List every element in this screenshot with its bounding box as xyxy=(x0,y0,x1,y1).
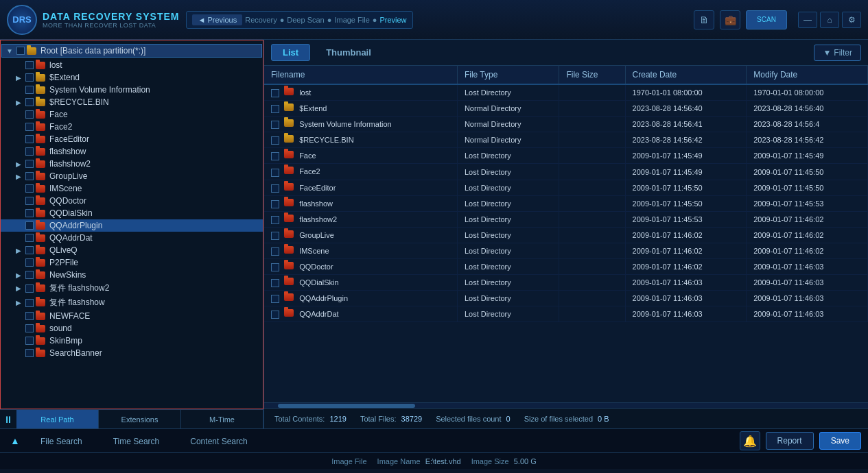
row-checkbox[interactable] xyxy=(271,200,279,208)
tree-checkbox[interactable] xyxy=(25,312,34,320)
row-checkbox[interactable] xyxy=(271,89,279,97)
tree-checkbox[interactable] xyxy=(25,98,34,106)
tree-checkbox[interactable] xyxy=(25,110,34,119)
tab-thumbnail[interactable]: Thumbnail xyxy=(314,44,383,61)
tree-item-p2pfile[interactable]: ▶ P2PFile xyxy=(0,256,263,269)
tree-toggle[interactable]: ▶ xyxy=(14,284,23,293)
row-checkbox[interactable] xyxy=(271,295,279,303)
table-row[interactable]: flashshow2 Lost Directory 2009-01-07 11:… xyxy=(264,211,868,227)
report-button[interactable]: Report xyxy=(766,432,814,450)
tree-item-fujiian-flashshow[interactable]: ▶ 复件 flashshow xyxy=(0,295,263,310)
tree-toggle[interactable]: ▶ xyxy=(14,270,23,280)
sidebar-tab-extensions[interactable]: Extensions xyxy=(99,410,181,428)
tree-checkbox[interactable] xyxy=(25,337,34,345)
tree-checkbox[interactable] xyxy=(25,160,34,168)
tree-item-extend[interactable]: ▶ $Extend xyxy=(0,71,263,84)
table-row[interactable]: $Extend Normal Directory 2023-08-28 14:5… xyxy=(264,101,868,117)
tree-checkbox[interactable] xyxy=(25,284,34,293)
pause-button[interactable]: ⏸ xyxy=(0,411,16,428)
tree-checkbox[interactable] xyxy=(25,246,34,254)
tree-checkbox[interactable] xyxy=(25,299,34,307)
tree-checkbox[interactable] xyxy=(25,123,34,131)
table-row[interactable]: Face Lost Directory 2009-01-07 11:45:49 … xyxy=(264,148,868,164)
horizontal-scrollbar[interactable] xyxy=(264,402,868,408)
tree-checkbox[interactable] xyxy=(25,324,34,332)
table-row[interactable]: flashshow Lost Directory 2009-01-07 11:4… xyxy=(264,195,868,211)
tree-checkbox[interactable] xyxy=(25,258,34,267)
sidebar-tab-realpath[interactable]: Real Path xyxy=(16,410,99,428)
tree-toggle[interactable]: ▶ xyxy=(14,171,23,181)
table-row[interactable]: $RECYCLE.BIN Normal Directory 2023-08-28… xyxy=(264,132,868,148)
tree-item-face[interactable]: ▶ Face xyxy=(0,108,263,121)
tree-toggle-root[interactable]: ▼ xyxy=(5,46,14,56)
tree-checkbox[interactable] xyxy=(25,184,34,193)
tree-item-recycle[interactable]: ▶ $RECYCLE.BIN xyxy=(0,96,263,108)
tree-checkbox[interactable] xyxy=(25,234,34,242)
tree-checkbox[interactable] xyxy=(25,197,34,205)
row-checkbox[interactable] xyxy=(271,247,279,256)
sidebar-tab-mtime[interactable]: M-Time xyxy=(181,410,263,428)
table-row[interactable]: GroupLive Lost Directory 2009-01-07 11:4… xyxy=(264,227,868,243)
tree-item-grouplive[interactable]: ▶ GroupLive xyxy=(0,170,263,182)
tree-checkbox[interactable] xyxy=(25,221,34,230)
tree-item-faceeditor[interactable]: ▶ FaceEditor xyxy=(0,133,263,145)
table-row[interactable]: QQAddrDat Lost Directory 2009-01-07 11:4… xyxy=(264,306,868,322)
table-row[interactable]: FaceEditor Lost Directory 2009-01-07 11:… xyxy=(264,180,868,195)
tree-toggle[interactable]: ▶ xyxy=(14,73,23,82)
expand-button[interactable]: ▲ xyxy=(7,433,23,449)
table-row[interactable]: QQAddrPlugin Lost Directory 2009-01-07 1… xyxy=(264,291,868,306)
minimize-button[interactable]: — xyxy=(798,12,817,28)
row-checkbox[interactable] xyxy=(271,169,279,177)
tree-item-sound[interactable]: ▶ sound xyxy=(0,322,263,335)
file-table[interactable]: Filename File Type File Size Create Date… xyxy=(264,66,868,402)
row-checkbox[interactable] xyxy=(271,152,279,160)
tree-checkbox[interactable] xyxy=(25,147,34,156)
table-row[interactable]: QQDoctor Lost Directory 2009-01-07 11:46… xyxy=(264,259,868,275)
tree-item-flashshow[interactable]: ▶ flashshow xyxy=(0,145,263,158)
row-checkbox[interactable] xyxy=(271,184,279,193)
table-row[interactable]: Face2 Lost Directory 2009-01-07 11:45:49… xyxy=(264,164,868,180)
prev-button[interactable]: ◄ Previous xyxy=(192,14,242,25)
tree-toggle[interactable]: ▶ xyxy=(14,159,23,169)
tree-checkbox[interactable] xyxy=(25,349,34,357)
tree-checkbox-root[interactable] xyxy=(16,47,25,55)
tree-item-imscene[interactable]: ▶ IMScene xyxy=(0,182,263,195)
search-tab-file[interactable]: File Search xyxy=(27,432,96,450)
sidebar-tree[interactable]: ▼ Root [Basic data partition(*:)] ▶ lost… xyxy=(0,40,263,409)
tree-checkbox[interactable] xyxy=(25,271,34,279)
copy-icon-btn[interactable]: 🗎 xyxy=(694,10,714,29)
row-checkbox[interactable] xyxy=(271,232,279,240)
tree-item-face2[interactable]: ▶ Face2 xyxy=(0,121,263,133)
tree-toggle[interactable]: ▶ xyxy=(14,245,23,255)
tree-item-qqdoctor[interactable]: ▶ QQDoctor xyxy=(0,195,263,207)
search-tab-time[interactable]: Time Search xyxy=(99,432,174,450)
row-checkbox[interactable] xyxy=(271,216,279,224)
settings-button[interactable]: ⚙ xyxy=(842,12,861,28)
table-row[interactable]: lost Lost Directory 1970-01-01 08:00:00 … xyxy=(264,84,868,101)
filter-button[interactable]: ▼ Filter xyxy=(814,45,861,61)
table-row[interactable]: System Volume Information Normal Directo… xyxy=(264,117,868,132)
tree-checkbox[interactable] xyxy=(25,209,34,217)
tree-toggle[interactable]: ▶ xyxy=(14,298,23,308)
tree-item-qqaddrplugin[interactable]: ▶ QQAddrPlugin xyxy=(0,219,263,232)
tree-toggle[interactable]: ▶ xyxy=(14,97,23,107)
row-checkbox[interactable] xyxy=(271,121,279,129)
tree-checkbox[interactable] xyxy=(25,135,34,143)
tree-root-item[interactable]: ▼ Root [Basic data partition(*:)] xyxy=(1,44,262,58)
tree-item-svi[interactable]: ▶ System Volume Information xyxy=(0,84,263,96)
tree-checkbox[interactable] xyxy=(25,172,34,180)
tree-checkbox[interactable] xyxy=(25,86,34,94)
tree-item-newface[interactable]: ▶ NEWFACE xyxy=(0,310,263,322)
tree-item-skinbmp[interactable]: ▶ SkinBmp xyxy=(0,335,263,347)
tree-item-qliveq[interactable]: ▶ QLiveQ xyxy=(0,244,263,256)
tree-item-searchbanner[interactable]: ▶ SearchBanner xyxy=(0,347,263,359)
tree-checkbox[interactable] xyxy=(25,61,34,69)
row-checkbox[interactable] xyxy=(271,279,279,287)
tree-item-qqaddrdat[interactable]: ▶ QQAddrDat xyxy=(0,232,263,244)
tree-item-flashshow2[interactable]: ▶ flashshow2 xyxy=(0,158,263,170)
search-tab-content[interactable]: Content Search xyxy=(176,432,261,450)
tree-item-newskins[interactable]: ▶ NewSkins xyxy=(0,269,263,281)
row-checkbox[interactable] xyxy=(271,311,279,319)
table-row[interactable]: IMScene Lost Directory 2009-01-07 11:46:… xyxy=(264,243,868,258)
briefcase-icon-btn[interactable]: 💼 xyxy=(720,10,740,29)
